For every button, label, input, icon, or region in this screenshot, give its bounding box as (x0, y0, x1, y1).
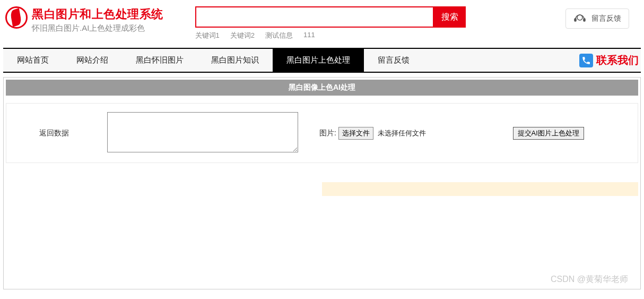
file-label: 图片: (319, 129, 336, 137)
search-button[interactable]: 搜索 (434, 6, 466, 28)
nav-item-home[interactable]: 网站首页 (3, 49, 63, 72)
keyword-link[interactable]: 测试信息 (265, 31, 293, 40)
site-title: 黑白图片和上色处理系统 (32, 6, 163, 22)
strip-left (6, 182, 322, 196)
file-status-text: 未选择任何文件 (378, 129, 426, 137)
site-subtitle: 怀旧黑白图片.AI上色处理成彩色 (32, 23, 163, 33)
feedback-top-label: 留言反馈 (591, 14, 621, 23)
search-input[interactable] (195, 6, 434, 28)
return-data-label: 返回数据 (6, 104, 102, 163)
submit-button[interactable]: 提交AI图片上色处理 (513, 127, 584, 140)
keyword-link[interactable]: 关键词2 (230, 31, 255, 40)
nav-item-about[interactable]: 网站介绍 (63, 49, 122, 72)
contact-us-link[interactable]: 联系我们 (579, 53, 639, 67)
watermark: CSDN @黄菊华老师 (551, 274, 628, 285)
logo-icon (5, 6, 28, 29)
search-row: 搜索 (195, 6, 466, 28)
return-data-textarea[interactable] (107, 112, 298, 152)
search-keywords: 关键词1 关键词2 测试信息 111 (195, 31, 466, 40)
form-row: 返回数据 图片: 选择文件 未选择任何文件 提交AI图片上色处理 (6, 104, 638, 163)
headset-icon (573, 12, 586, 25)
phone-icon (579, 54, 593, 67)
choose-file-button[interactable]: 选择文件 (338, 127, 373, 140)
nav-item-feedback[interactable]: 留言反馈 (364, 49, 423, 72)
main-nav: 网站首页 网站介绍 黑白怀旧图片 黑白图片知识 黑白图片上色处理 留言反馈 联系… (3, 48, 641, 73)
svg-rect-2 (584, 19, 585, 21)
contact-us-label: 联系我们 (596, 53, 639, 67)
nav-item-colorize[interactable]: 黑白图片上色处理 (273, 49, 364, 72)
search-block: 搜索 关键词1 关键词2 测试信息 111 (195, 6, 466, 40)
title-block: 黑白图片和上色处理系统 怀旧黑白图片.AI上色处理成彩色 (32, 6, 163, 33)
header: 黑白图片和上色处理系统 怀旧黑白图片.AI上色处理成彩色 搜索 关键词1 关键词… (0, 0, 644, 42)
bottom-strip (6, 182, 638, 196)
main-panel: 黑白图像上色AI处理 返回数据 图片: 选择文件 未选择任何文件 提交AI图片上… (3, 77, 641, 289)
nav-item-bw-knowledge[interactable]: 黑白图片知识 (197, 49, 273, 72)
svg-rect-1 (575, 19, 576, 21)
keyword-link[interactable]: 关键词1 (195, 31, 220, 40)
feedback-top-button[interactable]: 留言反馈 (565, 8, 629, 29)
form-area: 返回数据 图片: 选择文件 未选择任何文件 提交AI图片上色处理 (6, 103, 638, 163)
strip-right (322, 182, 638, 196)
nav-item-bw-photos[interactable]: 黑白怀旧图片 (122, 49, 197, 72)
logo-area: 黑白图片和上色处理系统 怀旧黑白图片.AI上色处理成彩色 (5, 6, 163, 33)
keyword-link[interactable]: 111 (303, 31, 315, 40)
form-table: 返回数据 图片: 选择文件 未选择任何文件 提交AI图片上色处理 (6, 104, 638, 163)
panel-title: 黑白图像上色AI处理 (6, 80, 638, 96)
